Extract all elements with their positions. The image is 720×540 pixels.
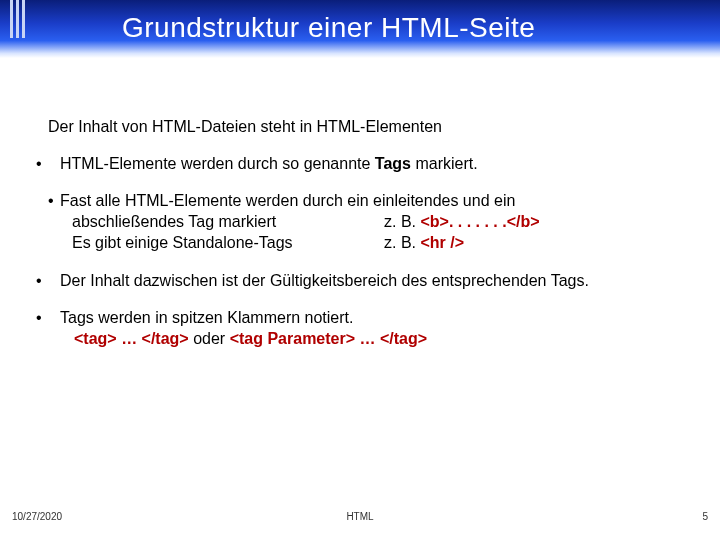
header-decoration <box>10 0 25 58</box>
b4-oder: oder <box>189 330 230 347</box>
b1-t2: markiert. <box>411 155 478 172</box>
slide-header: Grundstruktur einer HTML-Seite <box>0 0 720 58</box>
b4-line1: Tags werden in spitzen Klammern notiert. <box>60 309 353 326</box>
slide: Grundstruktur einer HTML-Seite Der Inhal… <box>0 0 720 540</box>
intro-text: Der Inhalt von HTML-Dateien steht in HTM… <box>48 116 688 137</box>
slide-content: Der Inhalt von HTML-Dateien steht in HTM… <box>48 116 688 365</box>
b1-tags: Tags <box>375 155 411 172</box>
b2-r2c2: z. B. <b>. . . . . . .</b> <box>384 211 688 232</box>
b4-ex2: <tag Parameter> … </tag> <box>230 330 427 347</box>
slide-title: Grundstruktur einer HTML-Seite <box>122 12 535 44</box>
b2-r2c2a: z. B. <box>384 213 420 230</box>
footer-page-number: 5 <box>702 511 708 522</box>
b1-t1: HTML-Elemente werden durch so genannte <box>60 155 375 172</box>
b2-r3c2a: z. B. <box>384 234 420 251</box>
b4-line2: <tag> … </tag> oder <tag Parameter> … </… <box>60 328 688 349</box>
bullet-1: •HTML-Elemente werden durch so genannte … <box>48 153 688 174</box>
bullet-3: •Der Inhalt dazwischen ist der Gültigkei… <box>48 270 688 291</box>
footer-topic: HTML <box>346 511 373 522</box>
bullet-2: • Fast alle HTML-Elemente werden durch e… <box>48 190 688 253</box>
b2-r1c1: Fast alle HTML-Elemente werden durch ein… <box>72 190 515 211</box>
bullet-icon: • <box>48 153 60 174</box>
bullet-4: •Tags werden in spitzen Klammern notiert… <box>48 307 688 349</box>
b2-r3c1: Es gibt einige Standalone-Tags <box>72 232 384 253</box>
b2-r3c2: z. B. <hr /> <box>384 232 688 253</box>
b3-text: Der Inhalt dazwischen ist der Gültigkeit… <box>60 272 589 289</box>
b2-r3c2b: <hr /> <box>420 234 464 251</box>
b2-r2c1: abschließendes Tag markiert <box>72 211 384 232</box>
b2-r2c2b: <b>. . . . . . .</b> <box>420 213 539 230</box>
b4-ex1: <tag> … </tag> <box>74 330 189 347</box>
footer-date: 10/27/2020 <box>12 511 62 522</box>
bullet-icon: • <box>48 270 60 291</box>
bullet-icon: • <box>48 307 60 328</box>
